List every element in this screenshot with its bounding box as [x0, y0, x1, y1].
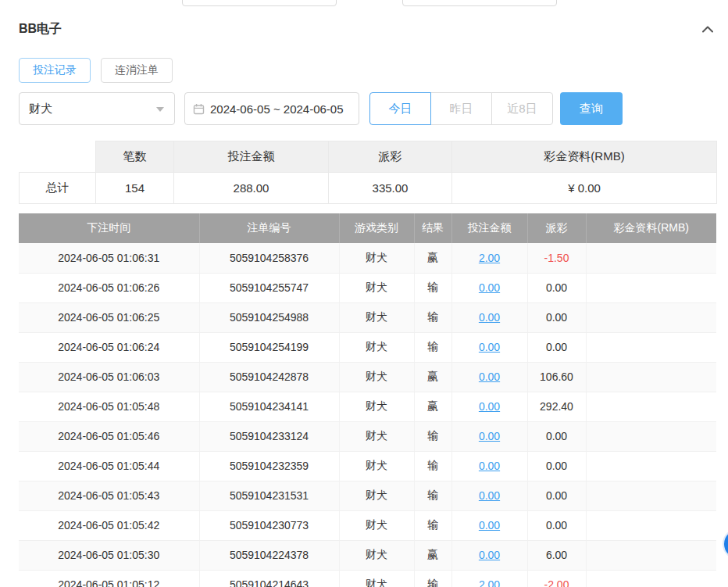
cell-game-type: 财犬	[339, 481, 414, 510]
summary-header-payout: 派彩	[329, 141, 452, 173]
cell-order-id: 5059104233124	[199, 421, 339, 451]
cell-bet-amount: 0.00	[451, 392, 527, 421]
bet-amount-link[interactable]: 2.00	[479, 252, 500, 264]
game-select[interactable]: 财犬	[19, 92, 175, 125]
table-row: 2024-06-05 01:05:48 5059104234141 财犬 赢 0…	[19, 392, 716, 421]
cell-bet-time: 2024-06-05 01:06:24	[19, 332, 199, 362]
summary-table: 笔数 投注金额 派彩 彩金资料(RMB) 总计 154 288.00 335.0…	[19, 141, 717, 204]
cell-bet-amount: 0.00	[451, 302, 527, 332]
cell-result: 输	[414, 481, 451, 510]
cell-payout: 0.00	[527, 273, 586, 302]
cell-bet-time: 2024-06-05 01:05:43	[19, 481, 199, 510]
top-cropped-input-1[interactable]	[182, 0, 337, 6]
header-game-type: 游戏类别	[339, 213, 414, 243]
cell-game-type: 财犬	[339, 362, 414, 392]
cell-bet-amount: 0.00	[451, 481, 527, 510]
summary-header-bet-amount: 投注金额	[174, 141, 329, 173]
search-button[interactable]: 查询	[560, 92, 623, 125]
section-title: BB电子	[19, 21, 62, 38]
cell-payout: 0.00	[527, 302, 586, 332]
tab-bet-records[interactable]: 投注记录	[19, 58, 91, 83]
cell-game-type: 财犬	[339, 570, 414, 587]
cell-bet-amount: 0.00	[451, 421, 527, 451]
cell-bonus	[586, 540, 716, 570]
section-header: BB电子	[19, 20, 716, 38]
cell-bet-time: 2024-06-05 01:06:26	[19, 273, 199, 302]
cell-bonus	[586, 302, 716, 332]
cell-bet-time: 2024-06-05 01:05:46	[19, 421, 199, 451]
summary-header-blank	[20, 141, 96, 173]
cell-game-type: 财犬	[339, 273, 414, 302]
collapse-section-button[interactable]	[699, 20, 716, 38]
cell-order-id: 5059104232359	[199, 451, 339, 481]
cell-bonus	[586, 273, 716, 302]
cell-payout: 106.60	[527, 362, 586, 392]
cell-order-id: 5059104231531	[199, 481, 339, 510]
cell-result: 输	[414, 570, 451, 587]
cell-bet-amount: 0.00	[451, 510, 527, 540]
summary-header-bonus: 彩金资料(RMB)	[452, 141, 717, 173]
quick-last8days-button[interactable]: 近8日	[491, 92, 553, 125]
bet-amount-link[interactable]: 0.00	[479, 430, 500, 442]
bet-amount-link[interactable]: 0.00	[479, 519, 500, 532]
cell-order-id: 5059104214643	[199, 570, 339, 587]
cell-payout: 0.00	[527, 332, 586, 362]
cell-game-type: 财犬	[339, 392, 414, 421]
bet-amount-link[interactable]: 0.00	[479, 489, 500, 502]
quick-today-button[interactable]: 今日	[369, 92, 431, 125]
cell-bet-time: 2024-06-05 01:05:30	[19, 540, 199, 570]
cell-bet-time: 2024-06-05 01:05:42	[19, 510, 199, 540]
bet-amount-link[interactable]: 2.00	[479, 578, 500, 587]
cell-bonus	[586, 570, 716, 587]
bet-amount-link[interactable]: 0.00	[479, 281, 500, 294]
tab-cancelled-orders[interactable]: 连消注单	[101, 58, 173, 83]
date-range-input[interactable]: 2024-06-05 ~ 2024-06-05	[184, 92, 359, 125]
bet-amount-link[interactable]: 0.00	[479, 400, 500, 413]
bet-amount-link[interactable]: 0.00	[479, 460, 500, 472]
bet-table-body: 2024-06-05 01:06:31 5059104258376 财犬 赢 2…	[19, 243, 716, 587]
table-row: 2024-06-05 01:05:44 5059104232359 财犬 输 0…	[19, 451, 716, 481]
bet-amount-link[interactable]: 0.00	[479, 370, 500, 383]
summary-header-count: 笔数	[96, 141, 174, 173]
cell-game-type: 财犬	[339, 451, 414, 481]
cell-bet-time: 2024-06-05 01:06:25	[19, 302, 199, 332]
table-row: 2024-06-05 01:05:43 5059104231531 财犬 输 0…	[19, 481, 716, 510]
bb-electronic-section: BB电子 投注记录 连消注单 财犬 2024-06-05 ~ 2024-06-0…	[0, 20, 728, 587]
cell-bet-amount: 2.00	[451, 570, 527, 587]
cell-result: 输	[414, 421, 451, 451]
summary-count-value: 154	[96, 173, 174, 204]
header-order-id: 注单编号	[199, 213, 339, 243]
cell-payout: 292.40	[527, 392, 586, 421]
cell-bet-time: 2024-06-05 01:06:31	[19, 243, 199, 273]
cell-result: 赢	[414, 540, 451, 570]
cell-game-type: 财犬	[339, 421, 414, 451]
bet-amount-link[interactable]: 0.00	[479, 311, 500, 324]
filter-bar: 财犬 2024-06-05 ~ 2024-06-05 今日 昨日 近8日 查询	[19, 92, 716, 125]
table-row: 2024-06-05 01:06:24 5059104254199 财犬 输 0…	[19, 332, 716, 362]
cell-result: 输	[414, 451, 451, 481]
bet-amount-link[interactable]: 0.00	[479, 341, 500, 353]
cell-order-id: 5059104255747	[199, 273, 339, 302]
table-row: 2024-06-05 01:06:31 5059104258376 财犬 赢 2…	[19, 243, 716, 273]
cell-bet-time: 2024-06-05 01:05:48	[19, 392, 199, 421]
header-bet-amount: 投注金额	[451, 213, 527, 243]
cell-result: 输	[414, 273, 451, 302]
quick-yesterday-button[interactable]: 昨日	[430, 92, 492, 125]
header-result: 结果	[414, 213, 451, 243]
summary-total-row: 总计 154 288.00 335.00 ¥ 0.00	[20, 173, 717, 204]
cell-bonus	[586, 392, 716, 421]
cell-bet-time: 2024-06-05 01:05:12	[19, 570, 199, 587]
cell-order-id: 5059104258376	[199, 243, 339, 273]
cell-order-id: 5059104254199	[199, 332, 339, 362]
table-row: 2024-06-05 01:05:30 5059104224378 财犬 赢 0…	[19, 540, 716, 570]
top-cropped-input-2[interactable]	[402, 0, 557, 6]
table-row: 2024-06-05 01:05:42 5059104230773 财犬 输 0…	[19, 510, 716, 540]
bet-amount-link[interactable]: 0.00	[479, 549, 500, 561]
cell-bonus	[586, 451, 716, 481]
summary-header-row: 笔数 投注金额 派彩 彩金资料(RMB)	[20, 141, 717, 173]
cell-bonus	[586, 421, 716, 451]
cell-bet-amount: 2.00	[451, 243, 527, 273]
cell-bet-amount: 0.00	[451, 451, 527, 481]
cell-bet-amount: 0.00	[451, 273, 527, 302]
cell-bonus	[586, 510, 716, 540]
